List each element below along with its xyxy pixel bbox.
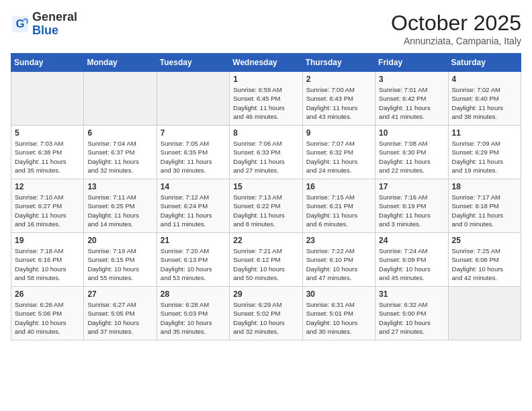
day-number: 14: [161, 182, 226, 191]
calendar-cell: 9Sunrise: 7:07 AM Sunset: 6:32 PM Daylig…: [302, 126, 375, 179]
logo: G General Blue: [11, 11, 77, 38]
col-sunday: Sunday: [11, 54, 84, 72]
calendar-cell: 19Sunrise: 7:18 AM Sunset: 6:16 PM Dayli…: [11, 233, 84, 287]
day-info: Sunrise: 6:32 AM Sunset: 5:00 PM Dayligh…: [379, 300, 444, 336]
day-info: Sunrise: 7:01 AM Sunset: 6:42 PM Dayligh…: [379, 85, 444, 121]
day-number: 3: [379, 75, 444, 84]
day-number: 16: [306, 182, 371, 191]
calendar-cell: 25Sunrise: 7:25 AM Sunset: 6:08 PM Dayli…: [448, 233, 521, 287]
day-info: Sunrise: 7:04 AM Sunset: 6:37 PM Dayligh…: [87, 139, 152, 175]
day-number: 2: [306, 75, 371, 84]
day-info: Sunrise: 7:07 AM Sunset: 6:32 PM Dayligh…: [306, 139, 371, 175]
day-number: 9: [306, 128, 371, 138]
day-info: Sunrise: 7:21 AM Sunset: 6:12 PM Dayligh…: [233, 246, 298, 282]
location-subtitle: Annunziata, Campania, Italy: [391, 36, 521, 46]
col-saturday: Saturday: [448, 54, 521, 72]
page-header: G General Blue October 2025 Annunziata, …: [11, 11, 521, 46]
calendar-cell: 21Sunrise: 7:20 AM Sunset: 6:13 PM Dayli…: [157, 233, 229, 287]
calendar-cell: [448, 287, 521, 340]
calendar-cell: 10Sunrise: 7:08 AM Sunset: 6:30 PM Dayli…: [375, 126, 448, 179]
calendar-table: Sunday Monday Tuesday Wednesday Thursday…: [11, 53, 521, 340]
calendar-week-row: 5Sunrise: 7:03 AM Sunset: 6:38 PM Daylig…: [11, 126, 521, 179]
calendar-cell: 28Sunrise: 6:28 AM Sunset: 5:03 PM Dayli…: [157, 287, 229, 340]
calendar-header-row: Sunday Monday Tuesday Wednesday Thursday…: [11, 54, 521, 72]
calendar-cell: 15Sunrise: 7:13 AM Sunset: 6:22 PM Dayli…: [230, 179, 302, 233]
day-number: 31: [379, 289, 444, 299]
day-info: Sunrise: 7:06 AM Sunset: 6:33 PM Dayligh…: [233, 139, 298, 175]
day-info: Sunrise: 7:18 AM Sunset: 6:16 PM Dayligh…: [15, 246, 80, 282]
day-info: Sunrise: 7:17 AM Sunset: 6:18 PM Dayligh…: [452, 193, 517, 228]
day-info: Sunrise: 7:13 AM Sunset: 6:22 PM Dayligh…: [233, 193, 298, 228]
day-number: 1: [233, 75, 298, 84]
calendar-cell: 22Sunrise: 7:21 AM Sunset: 6:12 PM Dayli…: [230, 233, 302, 287]
calendar-cell: 24Sunrise: 7:24 AM Sunset: 6:09 PM Dayli…: [375, 233, 448, 287]
calendar-cell: 16Sunrise: 7:15 AM Sunset: 6:21 PM Dayli…: [302, 179, 375, 233]
calendar-cell: 2Sunrise: 7:00 AM Sunset: 6:43 PM Daylig…: [302, 72, 375, 126]
day-number: 25: [452, 236, 517, 245]
col-thursday: Thursday: [302, 54, 375, 72]
calendar-cell: [157, 72, 229, 126]
day-number: 4: [452, 75, 517, 84]
day-number: 27: [87, 289, 152, 299]
day-info: Sunrise: 7:02 AM Sunset: 6:40 PM Dayligh…: [452, 85, 517, 121]
calendar-cell: 31Sunrise: 6:32 AM Sunset: 5:00 PM Dayli…: [375, 287, 448, 340]
day-number: 28: [161, 289, 226, 299]
day-number: 20: [87, 236, 152, 245]
day-number: 8: [233, 128, 298, 138]
day-number: 15: [233, 182, 298, 191]
calendar-week-row: 12Sunrise: 7:10 AM Sunset: 6:27 PM Dayli…: [11, 179, 521, 233]
calendar-cell: [11, 72, 84, 126]
day-info: Sunrise: 7:09 AM Sunset: 6:29 PM Dayligh…: [452, 139, 517, 175]
day-info: Sunrise: 6:31 AM Sunset: 5:01 PM Dayligh…: [306, 300, 371, 336]
day-number: 17: [379, 182, 444, 191]
calendar-cell: 30Sunrise: 6:31 AM Sunset: 5:01 PM Dayli…: [302, 287, 375, 340]
calendar-cell: 7Sunrise: 7:05 AM Sunset: 6:35 PM Daylig…: [157, 126, 229, 179]
calendar-cell: 20Sunrise: 7:19 AM Sunset: 6:15 PM Dayli…: [84, 233, 157, 287]
day-number: 11: [452, 128, 517, 138]
day-info: Sunrise: 7:05 AM Sunset: 6:35 PM Dayligh…: [161, 139, 226, 175]
calendar-cell: 23Sunrise: 7:22 AM Sunset: 6:10 PM Dayli…: [302, 233, 375, 287]
day-info: Sunrise: 7:22 AM Sunset: 6:10 PM Dayligh…: [306, 246, 371, 282]
day-number: 6: [87, 128, 152, 138]
title-block: October 2025 Annunziata, Campania, Italy: [391, 11, 521, 46]
day-number: 24: [379, 236, 444, 245]
calendar-cell: 8Sunrise: 7:06 AM Sunset: 6:33 PM Daylig…: [230, 126, 302, 179]
day-info: Sunrise: 7:08 AM Sunset: 6:30 PM Dayligh…: [379, 139, 444, 175]
col-wednesday: Wednesday: [230, 54, 302, 72]
day-info: Sunrise: 7:11 AM Sunset: 6:25 PM Dayligh…: [87, 193, 152, 228]
day-number: 13: [87, 182, 152, 191]
calendar-cell: 14Sunrise: 7:12 AM Sunset: 6:24 PM Dayli…: [157, 179, 229, 233]
day-number: 7: [161, 128, 226, 138]
day-info: Sunrise: 7:10 AM Sunset: 6:27 PM Dayligh…: [15, 193, 80, 228]
day-number: 21: [161, 236, 226, 245]
calendar-week-row: 1Sunrise: 6:59 AM Sunset: 6:45 PM Daylig…: [11, 72, 521, 126]
day-info: Sunrise: 7:25 AM Sunset: 6:08 PM Dayligh…: [452, 246, 517, 282]
day-number: 22: [233, 236, 298, 245]
calendar-week-row: 19Sunrise: 7:18 AM Sunset: 6:16 PM Dayli…: [11, 233, 521, 287]
day-number: 29: [233, 289, 298, 299]
day-info: Sunrise: 7:12 AM Sunset: 6:24 PM Dayligh…: [161, 193, 226, 228]
day-number: 12: [15, 182, 80, 191]
day-info: Sunrise: 6:26 AM Sunset: 5:06 PM Dayligh…: [15, 300, 80, 336]
calendar-cell: 17Sunrise: 7:16 AM Sunset: 6:19 PM Dayli…: [375, 179, 448, 233]
calendar-cell: 1Sunrise: 6:59 AM Sunset: 6:45 PM Daylig…: [230, 72, 302, 126]
day-info: Sunrise: 6:27 AM Sunset: 5:05 PM Dayligh…: [87, 300, 152, 336]
month-title: October 2025: [391, 11, 521, 36]
day-info: Sunrise: 7:20 AM Sunset: 6:13 PM Dayligh…: [161, 246, 226, 282]
calendar-cell: 4Sunrise: 7:02 AM Sunset: 6:40 PM Daylig…: [448, 72, 521, 126]
day-info: Sunrise: 7:00 AM Sunset: 6:43 PM Dayligh…: [306, 85, 371, 121]
day-number: 26: [15, 289, 80, 299]
calendar-cell: 18Sunrise: 7:17 AM Sunset: 6:18 PM Dayli…: [448, 179, 521, 233]
calendar-cell: 11Sunrise: 7:09 AM Sunset: 6:29 PM Dayli…: [448, 126, 521, 179]
day-number: 23: [306, 236, 371, 245]
calendar-cell: [84, 72, 157, 126]
day-info: Sunrise: 6:29 AM Sunset: 5:02 PM Dayligh…: [233, 300, 298, 336]
day-number: 10: [379, 128, 444, 138]
col-tuesday: Tuesday: [157, 54, 229, 72]
calendar-cell: 29Sunrise: 6:29 AM Sunset: 5:02 PM Dayli…: [230, 287, 302, 340]
day-number: 5: [15, 128, 80, 138]
calendar-cell: 3Sunrise: 7:01 AM Sunset: 6:42 PM Daylig…: [375, 72, 448, 126]
calendar-cell: 6Sunrise: 7:04 AM Sunset: 6:37 PM Daylig…: [84, 126, 157, 179]
calendar-cell: 13Sunrise: 7:11 AM Sunset: 6:25 PM Dayli…: [84, 179, 157, 233]
col-monday: Monday: [84, 54, 157, 72]
